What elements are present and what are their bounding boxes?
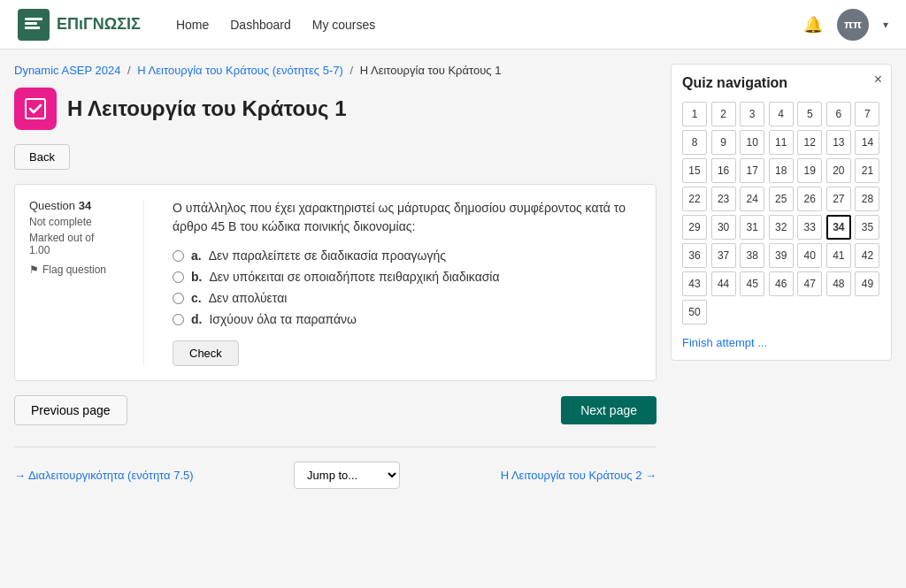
option-d: d. Ισχύουν όλα τα παραπάνω bbox=[173, 312, 641, 326]
logo-text: ΕΠιΓΝΩΣΙΣ bbox=[57, 15, 141, 34]
quiz-nav-number-32[interactable]: 32 bbox=[769, 215, 794, 240]
quiz-nav-number-15[interactable]: 15 bbox=[682, 158, 707, 183]
quiz-nav-number-6[interactable]: 6 bbox=[826, 102, 851, 126]
svg-rect-1 bbox=[25, 22, 37, 25]
options-list: a. Δεν παραλείπετε σε διαδικασία προαγωγ… bbox=[173, 248, 641, 326]
quiz-nav-number-42[interactable]: 42 bbox=[855, 243, 879, 268]
title-icon bbox=[14, 88, 57, 130]
quiz-nav-number-47[interactable]: 47 bbox=[797, 271, 822, 296]
quiz-nav-number-37[interactable]: 37 bbox=[711, 243, 736, 268]
logo[interactable]: ΕΠιΓΝΩΣΙΣ bbox=[18, 9, 141, 41]
quiz-nav-number-11[interactable]: 11 bbox=[769, 130, 794, 155]
quiz-nav-number-40[interactable]: 40 bbox=[797, 243, 822, 268]
prev-course-link[interactable]: → Διαλειτουργικότητα (ενότητα 7.5) bbox=[14, 469, 194, 482]
page-title: Η Λειτουργία του Κράτους 1 bbox=[67, 96, 347, 121]
quiz-nav-number-29[interactable]: 29 bbox=[682, 215, 707, 240]
quiz-nav-number-22[interactable]: 22 bbox=[682, 187, 707, 211]
quiz-nav-number-23[interactable]: 23 bbox=[711, 187, 736, 211]
quiz-nav-number-10[interactable]: 10 bbox=[740, 130, 764, 155]
quiz-nav-number-5[interactable]: 5 bbox=[797, 102, 822, 126]
header-right: 🔔 ππ ▾ bbox=[803, 9, 888, 41]
breadcrumb: Dynamic ASEP 2024 / Η Λειτουργία του Κρά… bbox=[14, 64, 656, 77]
option-c: c. Δεν απολύεται bbox=[173, 291, 641, 305]
radio-a[interactable] bbox=[173, 250, 184, 262]
quiz-nav-number-26[interactable]: 26 bbox=[797, 187, 822, 211]
quiz-nav-number-38[interactable]: 38 bbox=[740, 243, 764, 268]
breadcrumb-link-2[interactable]: Η Λειτουργία του Κράτους (ενότητες 5-7) bbox=[137, 64, 342, 77]
option-a: a. Δεν παραλείπετε σε διαδικασία προαγωγ… bbox=[173, 248, 641, 263]
quiz-nav-number-18[interactable]: 18 bbox=[769, 158, 794, 183]
svg-rect-2 bbox=[25, 27, 40, 29]
quiz-nav-number-8[interactable]: 8 bbox=[682, 130, 707, 155]
nav-dashboard[interactable]: Dashboard bbox=[230, 18, 291, 32]
quiz-nav-number-30[interactable]: 30 bbox=[711, 215, 736, 240]
flag-icon: ⚑ bbox=[29, 263, 39, 276]
quiz-navigation-sidebar: × Quiz navigation 1234567891011121314151… bbox=[671, 64, 892, 361]
quiz-nav-number-25[interactable]: 25 bbox=[769, 187, 794, 211]
nav-mycourses[interactable]: My courses bbox=[312, 18, 376, 32]
question-text: Ο υπάλληλος που έχει χαρακτηριστεί ως μά… bbox=[173, 199, 641, 236]
avatar[interactable]: ππ bbox=[837, 9, 869, 41]
quiz-nav-number-24[interactable]: 24 bbox=[740, 187, 764, 211]
quiz-nav-number-7[interactable]: 7 bbox=[855, 102, 879, 126]
next-page-button[interactable]: Next page bbox=[561, 396, 656, 424]
quiz-nav-number-12[interactable]: 12 bbox=[797, 130, 822, 155]
quiz-nav-number-13[interactable]: 13 bbox=[826, 130, 851, 155]
nav-home[interactable]: Home bbox=[176, 18, 209, 32]
quiz-nav-number-28[interactable]: 28 bbox=[855, 187, 879, 211]
content-area: Dynamic ASEP 2024 / Η Λειτουργία του Κρά… bbox=[14, 64, 656, 489]
back-button[interactable]: Back bbox=[14, 144, 70, 170]
radio-d[interactable] bbox=[173, 314, 184, 325]
quiz-nav-number-41[interactable]: 41 bbox=[826, 243, 851, 268]
bottom-nav: → Διαλειτουργικότητα (ενότητα 7.5) Jump … bbox=[14, 447, 656, 489]
quiz-nav-number-17[interactable]: 17 bbox=[740, 158, 764, 183]
quiz-nav-number-46[interactable]: 46 bbox=[769, 271, 794, 296]
flag-question[interactable]: ⚑ Flag question bbox=[29, 263, 129, 276]
quiz-nav-number-3[interactable]: 3 bbox=[740, 102, 764, 126]
quiz-nav-number-9[interactable]: 9 bbox=[711, 130, 736, 155]
quiz-nav-number-49[interactable]: 49 bbox=[855, 271, 879, 296]
quiz-nav-number-16[interactable]: 16 bbox=[711, 158, 736, 183]
breadcrumb-link-1[interactable]: Dynamic ASEP 2024 bbox=[14, 64, 120, 77]
quiz-nav-number-19[interactable]: 19 bbox=[797, 158, 822, 183]
question-card: Question 34 Not complete Marked out of 1… bbox=[14, 184, 656, 381]
quiz-nav-number-39[interactable]: 39 bbox=[769, 243, 794, 268]
quiz-nav-number-21[interactable]: 21 bbox=[855, 158, 879, 183]
quiz-nav-number-14[interactable]: 14 bbox=[855, 130, 879, 155]
quiz-nav-number-50[interactable]: 50 bbox=[682, 300, 707, 325]
radio-b[interactable] bbox=[173, 271, 184, 283]
quiz-nav-number-43[interactable]: 43 bbox=[682, 271, 707, 296]
sidebar-title: Quiz navigation bbox=[682, 75, 880, 91]
quiz-nav-number-45[interactable]: 45 bbox=[740, 271, 764, 296]
quiz-nav-number-48[interactable]: 48 bbox=[826, 271, 851, 296]
quiz-nav-number-35[interactable]: 35 bbox=[855, 215, 879, 240]
question-status: Not complete bbox=[29, 216, 129, 228]
previous-page-button[interactable]: Previous page bbox=[14, 395, 127, 425]
quiz-nav-number-20[interactable]: 20 bbox=[826, 158, 851, 183]
question-marked: Marked out of 1.00 bbox=[29, 232, 129, 256]
quiz-nav-number-34[interactable]: 34 bbox=[826, 215, 851, 240]
quiz-nav-number-4[interactable]: 4 bbox=[769, 102, 794, 126]
quiz-nav-number-36[interactable]: 36 bbox=[682, 243, 707, 268]
radio-c[interactable] bbox=[173, 293, 184, 304]
quiz-nav-number-27[interactable]: 27 bbox=[826, 187, 851, 211]
svg-rect-0 bbox=[25, 18, 42, 20]
bell-icon[interactable]: 🔔 bbox=[803, 15, 823, 34]
close-icon[interactable]: × bbox=[874, 72, 882, 88]
question-number: Question 34 bbox=[29, 199, 129, 212]
next-course-link[interactable]: Η Λειτουργία του Κράτους 2 → bbox=[501, 469, 656, 482]
page-title-row: Η Λειτουργία του Κράτους 1 bbox=[14, 88, 656, 130]
quiz-nav-number-1[interactable]: 1 bbox=[682, 102, 707, 126]
quiz-nav-number-33[interactable]: 33 bbox=[797, 215, 822, 240]
quiz-nav-number-31[interactable]: 31 bbox=[740, 215, 764, 240]
question-info: Question 34 Not complete Marked out of 1… bbox=[29, 199, 144, 366]
nav-buttons: Previous page Next page bbox=[14, 395, 656, 425]
svg-rect-3 bbox=[26, 99, 45, 118]
check-button[interactable]: Check bbox=[173, 340, 239, 366]
quiz-nav-number-2[interactable]: 2 bbox=[711, 102, 736, 126]
avatar-dropdown-icon[interactable]: ▾ bbox=[883, 19, 888, 31]
quiz-grid: 1234567891011121314151617181920212223242… bbox=[682, 102, 880, 325]
quiz-nav-number-44[interactable]: 44 bbox=[711, 271, 736, 296]
finish-attempt-link[interactable]: Finish attempt ... bbox=[682, 336, 767, 349]
jump-to-select[interactable]: Jump to... bbox=[294, 462, 400, 489]
